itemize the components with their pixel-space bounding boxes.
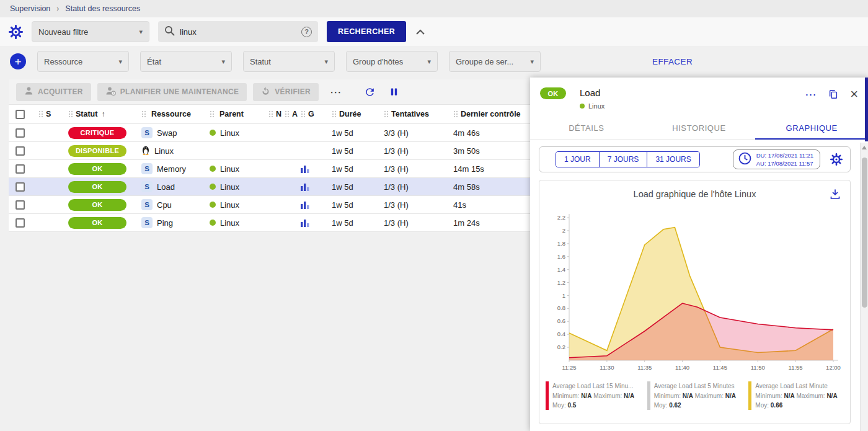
- panel-parent-link[interactable]: Linux: [588, 102, 604, 110]
- filter-select-etat[interactable]: État▾: [140, 51, 232, 72]
- filter-select-group-d-hotes[interactable]: Group d'hôtes▾: [346, 51, 438, 72]
- parent-name[interactable]: Linux: [220, 128, 239, 138]
- row-checkbox[interactable]: [16, 164, 25, 174]
- add-criteria-button[interactable]: +: [10, 53, 26, 69]
- column-header-tentatives[interactable]: Tentatives: [379, 110, 448, 118]
- breadcrumb-item-statut-des-ressources[interactable]: Statut des ressources: [65, 4, 140, 13]
- resource-name[interactable]: Memory: [157, 164, 186, 174]
- refresh-icon[interactable]: [364, 86, 376, 98]
- filter-select-statut[interactable]: Statut▾: [243, 51, 335, 72]
- settings-gear-icon[interactable]: [9, 25, 23, 39]
- table-row-ping[interactable]: OKSPingLinux1w 5d1/3 (H)1m 24s: [9, 214, 530, 232]
- parent-name[interactable]: Linux: [220, 164, 239, 174]
- search-field[interactable]: ?: [158, 21, 318, 42]
- search-button[interactable]: RECHERCHER: [327, 21, 406, 42]
- tab-historique[interactable]: HISTORIQUE: [643, 116, 756, 140]
- column-header-parent[interactable]: Parent: [202, 110, 267, 118]
- drag-handle-icon[interactable]: [141, 110, 146, 118]
- period-button-31-jours[interactable]: 31 JOURS: [647, 152, 699, 167]
- resource-name[interactable]: Linux: [154, 146, 174, 156]
- column-header-n[interactable]: N: [267, 110, 283, 118]
- drag-handle-icon[interactable]: [210, 110, 215, 118]
- chevron-up-icon[interactable]: [416, 29, 425, 35]
- check-button[interactable]: VÉRIFIER: [253, 83, 319, 101]
- column-header-dernier[interactable]: Dernier contrôle: [448, 110, 530, 118]
- close-icon[interactable]: ×: [850, 87, 858, 101]
- select-all-checkbox[interactable]: [16, 110, 25, 119]
- drag-handle-icon[interactable]: [285, 110, 290, 118]
- date-range-picker[interactable]: DU: 17/08/2021 11:21 AU: 17/08/2021 11:5…: [733, 149, 820, 170]
- saved-filter-select[interactable]: Nouveau filtre ▾: [32, 21, 149, 42]
- load-area-chart[interactable]: 0.20.40.60.811.21.41.61.822.211:2511:301…: [546, 208, 844, 380]
- filter-select-groupe-de-ser[interactable]: Groupe de ser...▾: [449, 51, 541, 72]
- column-header-a[interactable]: A: [283, 110, 299, 118]
- downtime-button[interactable]: PLANIFIER UNE MAINTENANCE: [97, 83, 247, 101]
- legend-item[interactable]: Average Load Last 5 MinutesMinimum: N/A …: [647, 381, 743, 411]
- duration-value: 1w 5d: [324, 182, 379, 192]
- period-button-1-jour[interactable]: 1 JOUR: [556, 152, 600, 167]
- filter-select-ressource[interactable]: Ressource▾: [37, 51, 129, 72]
- column-header-g[interactable]: G: [299, 110, 324, 118]
- drag-handle-icon[interactable]: [268, 110, 273, 118]
- resource-name[interactable]: Ping: [157, 218, 173, 228]
- table-row-swap[interactable]: CRITIQUESSwapLinux1w 5d3/3 (H)4m 46s: [9, 124, 530, 142]
- resource-name[interactable]: Cpu: [157, 200, 172, 210]
- vertical-scrollbar[interactable]: [860, 143, 868, 431]
- row-checkbox[interactable]: [16, 128, 25, 138]
- copy-link-icon[interactable]: [828, 89, 839, 100]
- clear-filters-button[interactable]: EFFACER: [652, 57, 693, 66]
- resource-name[interactable]: Swap: [157, 128, 177, 138]
- graph-icon[interactable]: [301, 201, 309, 209]
- tab-details[interactable]: DÉTAILS: [530, 116, 643, 140]
- graph-icon[interactable]: [301, 165, 309, 173]
- table-row-cpu[interactable]: OKSCpuLinux1w 5d1/3 (H)41s: [9, 196, 530, 214]
- drag-handle-icon[interactable]: [68, 110, 73, 118]
- svg-text:11:45: 11:45: [712, 364, 727, 371]
- parent-name[interactable]: Linux: [220, 182, 239, 192]
- legend-item[interactable]: Average Load Last 15 Minu...Minimum: N/A…: [546, 381, 641, 411]
- graph-icon[interactable]: [301, 219, 309, 227]
- legend-label: Average Load Last 15 Minu...: [552, 383, 633, 389]
- column-header-statut[interactable]: Statut↑: [61, 110, 134, 118]
- column-header-s[interactable]: S: [31, 110, 61, 118]
- graph-settings-gear-icon[interactable]: [830, 153, 843, 166]
- row-checkbox[interactable]: [16, 218, 25, 228]
- drag-handle-icon[interactable]: [384, 110, 389, 118]
- scrollbar-up-arrow[interactable]: [862, 146, 867, 149]
- acknowledge-button[interactable]: ACQUITTER: [16, 83, 91, 101]
- row-checkbox[interactable]: [16, 146, 25, 156]
- svg-text:1.6: 1.6: [557, 253, 565, 260]
- table-row-memory[interactable]: OKSMemoryLinux1w 5d1/3 (H)14m 15s: [9, 160, 530, 178]
- legend-item[interactable]: Average Load Last MinuteMinimum: N/A Max…: [748, 381, 844, 411]
- pause-icon[interactable]: [389, 87, 399, 97]
- drag-handle-icon[interactable]: [301, 110, 306, 118]
- drag-handle-icon[interactable]: [38, 110, 43, 118]
- last-check-value: 1m 24s: [448, 218, 530, 228]
- breadcrumb-item-supervision[interactable]: Supervision: [10, 4, 50, 13]
- panel-tabs: DÉTAILSHISTORIQUEGRAPHIQUE: [530, 116, 868, 140]
- period-button-7-jours[interactable]: 7 JOURS: [600, 152, 648, 167]
- parent-name[interactable]: Linux: [220, 200, 239, 210]
- row-checkbox[interactable]: [16, 200, 25, 210]
- row-checkbox[interactable]: [16, 182, 25, 192]
- table-row-load[interactable]: OKSLoadLinux1w 5d1/3 (H)4m 58s: [9, 178, 530, 196]
- tab-graphique[interactable]: GRAPHIQUE: [755, 116, 868, 140]
- sort-asc-icon[interactable]: ↑: [101, 110, 105, 118]
- drag-handle-icon[interactable]: [332, 110, 337, 118]
- resource-name[interactable]: Load: [157, 182, 175, 192]
- more-actions-icon[interactable]: ⋯: [325, 86, 347, 98]
- scrollbar-thumb[interactable]: [862, 158, 867, 308]
- column-header-duree[interactable]: Durée: [324, 110, 379, 118]
- panel-title: Load: [580, 87, 604, 98]
- help-icon[interactable]: ?: [301, 27, 312, 37]
- download-icon[interactable]: [829, 188, 841, 202]
- panel-more-icon[interactable]: ⋯: [805, 89, 817, 100]
- table-row-linux[interactable]: DISPONIBLELinux1w 5d1/3 (H)3m 50s: [9, 142, 530, 160]
- last-check-value: 14m 15s: [448, 164, 530, 174]
- drag-handle-icon[interactable]: [453, 110, 458, 118]
- graph-icon[interactable]: [301, 183, 309, 191]
- column-header-ressource[interactable]: Ressource: [134, 110, 202, 118]
- panel-scrollbar-thumb[interactable]: [865, 78, 868, 141]
- search-input[interactable]: [180, 27, 296, 37]
- parent-name[interactable]: Linux: [220, 218, 239, 228]
